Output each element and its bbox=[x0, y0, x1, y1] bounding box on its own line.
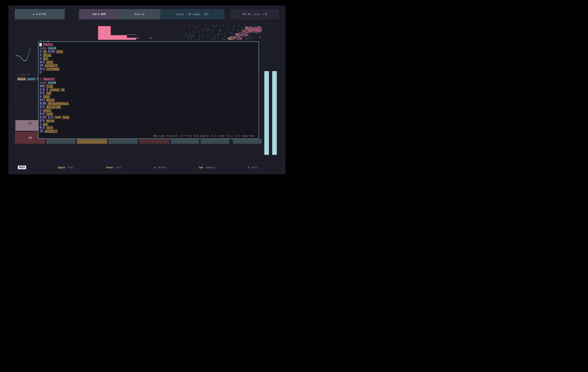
pattern-strip-2[interactable] bbox=[46, 139, 76, 144]
scatter-dot bbox=[250, 31, 251, 32]
pattern-strip-5[interactable] bbox=[139, 139, 170, 144]
scatter-dot bbox=[230, 33, 231, 33]
scatter-dot bbox=[202, 30, 202, 31]
scatter-dot bbox=[242, 35, 243, 35]
bank-display[interactable]: Bank 01 bbox=[119, 9, 160, 19]
scatter-dot bbox=[238, 37, 238, 37]
scatter-dot bbox=[236, 39, 237, 40]
code-line: 2orbit bbox=[39, 109, 70, 112]
scatter-dot bbox=[253, 28, 253, 29]
scatter-dot bbox=[241, 34, 242, 34]
code-line: 0.1delaytime bbox=[39, 105, 70, 109]
code-token-num: 2 8 bbox=[39, 88, 45, 91]
scatter-dot bbox=[233, 38, 234, 38]
bpm-display[interactable]: 120.0 BPM bbox=[79, 9, 119, 19]
scatter-dot bbox=[252, 29, 253, 30]
step-panel-title: Step 01 bbox=[18, 73, 32, 76]
scatter-dot bbox=[258, 29, 258, 30]
pattern-strip-7[interactable] bbox=[201, 139, 229, 144]
scatter-dot bbox=[245, 35, 245, 36]
editor-hint-key: C-u bbox=[227, 135, 232, 137]
editor-keybind-footer: Esc saveC-e evalC-f findC-b samplesC-s s… bbox=[153, 135, 257, 137]
histogram-bar bbox=[98, 26, 111, 40]
scatter-dot bbox=[237, 34, 238, 34]
scatter-dot bbox=[258, 30, 259, 30]
scatter-dot bbox=[254, 28, 254, 28]
scatter-dot bbox=[237, 35, 237, 36]
code-area[interactable]: :fmpercsinesound2fm0.25fmfb2decay2dur0.3… bbox=[39, 43, 70, 133]
scatter-dot bbox=[231, 38, 232, 39]
scatter-dot bbox=[245, 32, 245, 32]
scatter-dot bbox=[258, 28, 258, 28]
transport-status[interactable]: ▶ PLAYING bbox=[15, 9, 65, 19]
scatter-dot bbox=[243, 34, 244, 34]
scatter-dot bbox=[260, 28, 261, 29]
scatter-dot bbox=[237, 34, 237, 34]
scatter-dot bbox=[230, 38, 231, 38]
scatter-dot bbox=[238, 39, 239, 40]
scatter-dot bbox=[231, 39, 231, 40]
scatter-dot bbox=[256, 30, 257, 30]
scatter-dot bbox=[198, 39, 199, 40]
histogram-bar bbox=[149, 38, 152, 38]
scatter-dot bbox=[255, 27, 256, 27]
scatter-dot bbox=[250, 28, 251, 28]
scatter-dot bbox=[257, 32, 258, 32]
waveform-dot bbox=[29, 53, 29, 54]
scatter-dot bbox=[240, 26, 240, 27]
scatter-dot bbox=[262, 29, 262, 30]
scatter-dot bbox=[236, 37, 236, 37]
scatter-dot bbox=[214, 36, 214, 37]
waveform-dot bbox=[28, 55, 28, 56]
pattern-strip-6[interactable] bbox=[171, 139, 199, 144]
scatter-dot bbox=[250, 32, 250, 32]
scatter-dot bbox=[239, 35, 239, 35]
scatter-dot bbox=[193, 35, 194, 36]
scatter-dot bbox=[215, 26, 215, 27]
scatter-dot bbox=[251, 30, 252, 31]
scatter-dot bbox=[257, 28, 258, 29]
scatter-dot bbox=[253, 29, 253, 30]
scatter-dot bbox=[232, 37, 233, 37]
scatter-dot bbox=[246, 35, 246, 36]
scatter-dot bbox=[240, 38, 240, 38]
step-token-row[interactable]: kkicksound4 bbox=[17, 77, 40, 81]
scatter-dot bbox=[245, 29, 245, 30]
scatter-dot bbox=[245, 28, 246, 29]
scatter-dot bbox=[242, 30, 242, 31]
scatter-dot bbox=[182, 37, 183, 38]
code-token-num: 2 bbox=[39, 50, 42, 53]
code-token-num: 12 bbox=[39, 130, 43, 133]
pattern-strip-8[interactable] bbox=[233, 139, 262, 144]
pattern-strip-4[interactable] bbox=[108, 139, 138, 144]
scatter-dot bbox=[258, 30, 258, 30]
scatter-dot bbox=[252, 29, 252, 29]
scatter-dot bbox=[218, 33, 219, 33]
scatter-dot bbox=[237, 39, 238, 39]
scatter-dot bbox=[242, 39, 242, 39]
scatter-dot bbox=[253, 32, 254, 32]
scatter-dot bbox=[260, 27, 261, 28]
scatter-dot bbox=[247, 32, 248, 32]
code-token-num: 800 bbox=[39, 84, 45, 88]
code-token-par: delayfeedback bbox=[48, 102, 69, 105]
scatter-dot bbox=[252, 30, 253, 31]
scatter-dot bbox=[258, 29, 259, 30]
scatter-dot bbox=[239, 39, 239, 39]
scatter-dot bbox=[238, 33, 239, 34]
pattern-strip-3[interactable] bbox=[77, 139, 107, 144]
scatter-dot bbox=[249, 31, 249, 31]
scatter-dot bbox=[256, 28, 256, 29]
scatter-dot bbox=[245, 31, 245, 32]
scatter-dot bbox=[256, 30, 256, 31]
prelude-editor[interactable]: Prelude :fmpercsinesound2fm0.25fmfb2deca… bbox=[38, 41, 259, 139]
scatter-dot bbox=[242, 36, 242, 36]
scatter-dot bbox=[246, 31, 246, 31]
scatter-dot bbox=[258, 32, 258, 32]
scatter-dot bbox=[261, 28, 261, 28]
scatter-dot bbox=[212, 30, 213, 31]
scatter-dot bbox=[239, 33, 239, 33]
step-token-sample: kkick bbox=[17, 77, 26, 81]
scatter-dot bbox=[224, 39, 225, 40]
scatter-dot bbox=[246, 30, 246, 30]
